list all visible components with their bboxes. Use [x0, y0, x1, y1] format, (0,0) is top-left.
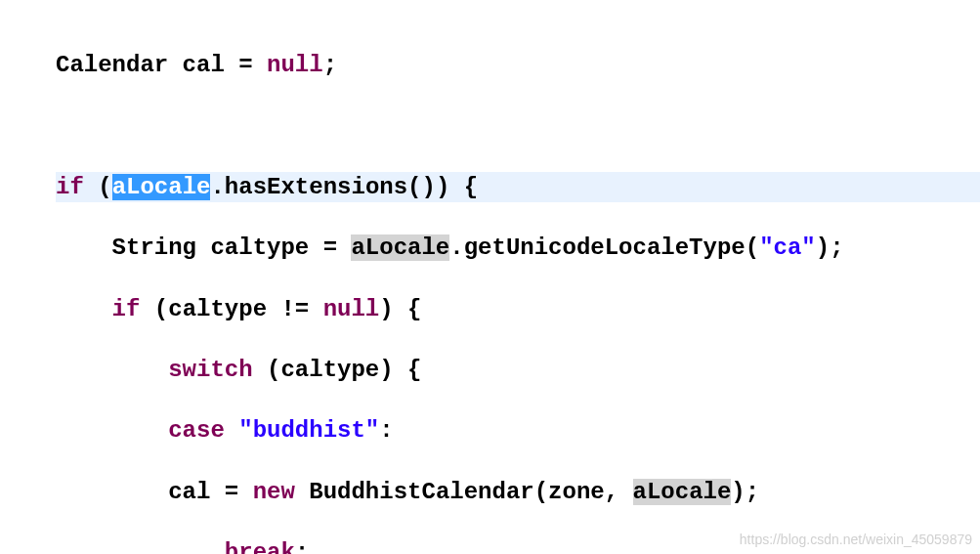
keyword-if: if: [56, 174, 84, 200]
code-text: ;: [295, 539, 309, 554]
code-text: BuddhistCalendar(zone,: [295, 479, 633, 505]
code-text: );: [731, 479, 759, 505]
code-line: Calendar cal = null;: [56, 50, 980, 80]
code-line: [56, 111, 980, 142]
code-text: [56, 539, 225, 554]
code-text: cal =: [56, 479, 253, 505]
code-line: cal = new BuddhistCalendar(zone, aLocale…: [56, 477, 980, 507]
code-text: (: [84, 174, 112, 200]
code-line: String caltype = aLocale.getUnicodeLocal…: [56, 233, 980, 263]
code-text: ) {: [379, 296, 421, 322]
keyword-null: null: [323, 296, 380, 322]
code-text: [56, 417, 168, 444]
keyword-new: new: [253, 479, 295, 505]
code-text: String caltype =: [56, 234, 351, 261]
code-text: );: [816, 234, 844, 261]
code-editor[interactable]: Calendar cal = null; if (aLocale.hasExte…: [0, 0, 980, 554]
code-text: [56, 357, 168, 383]
keyword-break: break: [225, 539, 295, 554]
code-line: switch (caltype) {: [56, 355, 980, 385]
code-text: .hasExtensions()) {: [210, 174, 478, 200]
watermark: https://blog.csdn.net/weixin_45059879: [740, 531, 972, 548]
keyword-switch: switch: [168, 357, 252, 383]
code-text: (caltype) {: [253, 357, 422, 383]
keyword-if: if: [112, 296, 141, 322]
highlight-occurrence: aLocale: [351, 234, 449, 261]
string-literal: "ca": [759, 234, 816, 261]
code-text: :: [379, 417, 393, 444]
highlight-occurrence: aLocale: [633, 479, 732, 505]
code-text: [225, 417, 238, 444]
keyword-null: null: [267, 52, 323, 78]
code-text: [56, 296, 112, 322]
code-text: ;: [323, 52, 337, 78]
code-text: Calendar cal =: [56, 52, 267, 78]
code-line: if (caltype != null) {: [56, 294, 980, 324]
keyword-case: case: [168, 417, 225, 444]
code-text: (caltype !=: [140, 296, 322, 322]
string-literal: "buddhist": [238, 417, 379, 444]
code-line-current: if (aLocale.hasExtensions()) {: [56, 172, 980, 202]
selection: aLocale: [112, 174, 211, 200]
code-line: case "buddhist":: [56, 415, 980, 446]
code-text: .getUnicodeLocaleType(: [449, 234, 759, 261]
